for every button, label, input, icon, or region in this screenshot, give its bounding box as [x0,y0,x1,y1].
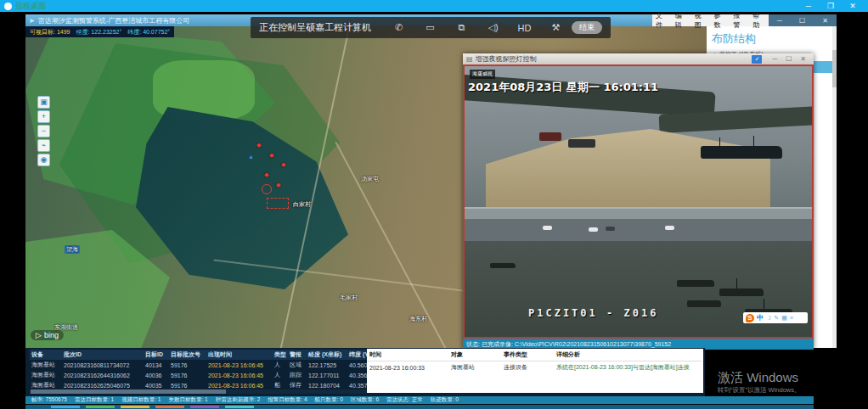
col-batch-id[interactable]: 批次ID [62,350,144,360]
col-detail[interactable]: 详细分析 [554,349,702,361]
video-window: ▤ 增强夜视探照灯控制 ✓ ─ ☐ ✕ 海康威视 2021年08月23日 星期一… [463,53,814,350]
status-segment: 轨迹数量: 0 [431,396,459,404]
app-status-bar: 帧率: 7550675 雷达目标数量: 1 视频目标数量: 1 失败目标数量: … [25,396,814,404]
remote-desktop-title: 远程桌面 [15,1,46,12]
quay-wall [465,207,812,219]
sogou-logo-icon[interactable]: S [746,314,754,322]
menu-icon[interactable]: ≡ [790,315,793,321]
close-button[interactable]: ✕ [842,2,864,10]
video-close-button[interactable]: ✕ [800,55,806,63]
table-header-row: 设备 批次ID 目标ID 目标批次号 出现时间 类型 警报 经度 (X坐标) 纬… [30,350,367,360]
panel-scrollbar[interactable] [832,26,837,348]
screen-icon[interactable]: ▭ [414,22,446,33]
table-row[interactable]: 海面基站 20210823160811734072 40134 59176 20… [30,360,367,370]
menu-alarm[interactable]: 报警 [730,11,749,30]
col-longitude[interactable]: 经度 (X坐标) [307,350,347,360]
bing-attribution: ▷ bing [31,330,64,340]
car [606,227,615,231]
car [589,227,598,232]
video-minimize-button[interactable]: ─ [772,55,777,63]
status-segment: 雷达目标数量: 1 [75,396,114,404]
menu-edit[interactable]: 编辑 [672,11,691,30]
alert-marker[interactable]: ◆ [281,161,285,168]
input-mode-toggle[interactable]: 中 [757,313,764,322]
video-window-titlebar[interactable]: ▤ 增强夜视探照灯控制 ✓ ─ ☐ ✕ [463,53,814,64]
bing-label: bing [44,331,59,339]
status-segment: 报警目标数量: 4 [268,396,307,404]
map-label: 海东村 [409,315,427,323]
zoom-in-icon[interactable]: + [37,110,50,123]
map-label: 汤家屯 [361,175,379,183]
alert-circle-marker[interactable] [262,184,272,194]
end-session-button[interactable]: 结束 [572,21,602,34]
measure-icon[interactable]: ⌁ [37,139,50,152]
small-boat [677,280,714,287]
menu-file[interactable]: 文件 [652,11,672,30]
zoom-out-icon[interactable]: − [37,125,50,137]
small-boat [687,300,721,307]
status-segment: 失败目标数量: 1 [168,396,207,404]
col-target-id[interactable]: 目标ID [144,350,169,360]
minimize-button[interactable]: ─ [798,2,820,10]
radar-target-table: 设备 批次ID 目标ID 目标批次号 出现时间 类型 警报 经度 (X坐标) 纬… [30,350,367,389]
col-latitude[interactable]: 纬度 (Y坐标) [347,350,367,360]
status-segment: 帧率: 7550675 [31,396,67,404]
col-alert[interactable]: 警报 [288,350,307,360]
legend-chip [51,406,80,408]
alert-marker[interactable]: ◆ [256,142,261,148]
app-maximize-button[interactable]: ☐ [799,17,805,25]
map-label: 毛家村 [340,294,358,302]
video-maximize-button[interactable]: ☐ [786,55,792,63]
pen-icon[interactable]: ✎ [774,315,779,322]
app-close-button[interactable]: ✕ [822,17,828,25]
night-mode-icon[interactable]: ☽ [766,315,771,322]
box-select-icon[interactable]: ▣ [37,96,50,109]
alert-region-marker[interactable] [267,198,289,209]
legend-chip [121,406,149,408]
table-row[interactable]: 海面基站 20210823162625046075 40035 59176 20… [30,380,367,389]
car [543,226,552,230]
camera-name-chip: 海康威视 [470,70,495,79]
tools-icon[interactable]: ⚒ [540,22,572,33]
col-event-type[interactable]: 事件类型 [501,349,554,361]
remote-desktop-icon [4,3,12,10]
table-row[interactable]: 2021-08-23 16:00:33 海面基站 连接设备 系统在[2021-0… [367,361,702,374]
col-object[interactable]: 对象 [448,349,501,361]
status-segment: 秒雷达刷新频率: 2 [216,396,261,404]
video-window-title: 增强夜视探照灯控制 [476,54,752,64]
table-row[interactable]: 海面基站 20210823162644316062 40036 59176 20… [30,370,367,380]
alert-marker[interactable]: ◆ [276,182,280,188]
col-appear-time[interactable]: 出现时间 [206,350,273,360]
col-type[interactable]: 类型 [273,350,288,360]
speaker-icon[interactable]: ◁) [477,22,509,33]
watermark-line2: 转到“设置”以激活 Windows。 [718,386,801,395]
alert-marker[interactable]: ◆ [264,171,268,178]
phone-icon[interactable]: ✆ [383,22,414,33]
app-minimize-button[interactable]: ─ [777,17,782,25]
menu-params[interactable]: 参数 [710,11,730,30]
hd-icon[interactable]: HD [509,23,540,33]
panel-scrollbar-thumb[interactable] [832,50,837,87]
status-segment: 区域数量: 6 [351,396,379,404]
video-feed[interactable]: 海康威视 2021年08月23日 星期一 16:01:11 P1CZIT01 -… [463,64,814,339]
track-marker[interactable]: ▲ [248,154,254,160]
sand-pier [486,129,770,207]
col-target-batch[interactable]: 目标批次号 [169,350,206,360]
locate-icon[interactable]: ◉ [37,154,50,166]
table-horizontal-scrollbar[interactable] [30,389,367,394]
menu-help[interactable]: 帮助 [749,11,769,30]
col-time[interactable]: 时间 [367,349,448,361]
col-device[interactable]: 设备 [30,350,62,360]
keyboard-icon[interactable]: ▦ [781,315,787,322]
menu-view[interactable]: 视图 [691,11,711,30]
alert-marker[interactable]: ◆ [269,152,273,159]
scrollbar-thumb[interactable] [31,389,226,394]
map-label: 白家村 [293,200,311,209]
moored-boat [701,146,782,159]
legend-chip [155,406,184,408]
clipboard-icon[interactable]: ⧉ [446,22,477,33]
truck [568,139,595,148]
restore-button[interactable]: ❐ [820,2,842,10]
pin-checkbox[interactable]: ✓ [752,55,762,64]
harbor-road [465,219,812,241]
